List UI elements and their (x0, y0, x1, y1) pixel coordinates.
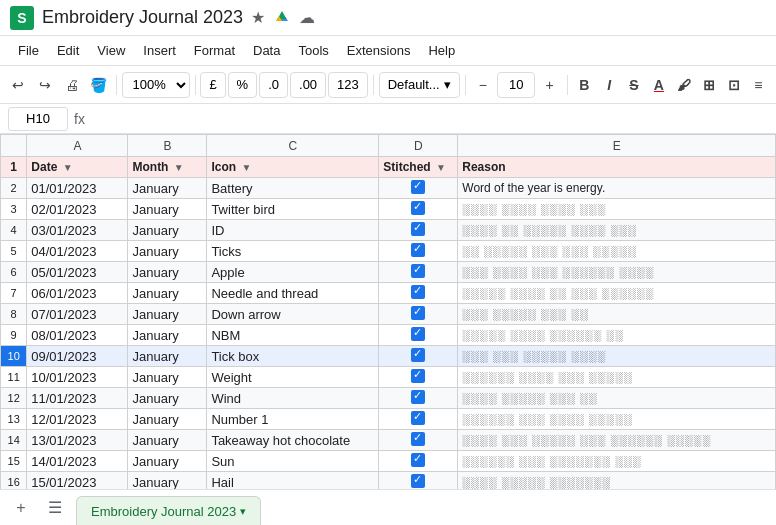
checkbox-checked[interactable] (411, 180, 425, 194)
highlight-color-button[interactable]: 🖌 (672, 72, 695, 98)
decimal-dec-button[interactable]: .0 (259, 72, 288, 98)
col-header-a[interactable]: A (27, 135, 128, 157)
checkbox-checked[interactable] (411, 306, 425, 320)
zoom-select[interactable]: 100% (122, 72, 190, 98)
fx-label: fx (74, 111, 85, 127)
stitched-cell[interactable] (379, 241, 458, 262)
icon-cell: Down arrow (207, 304, 379, 325)
sheet-tab-label: Embroidery Journal 2023 (91, 504, 236, 519)
text-color-button[interactable]: A (647, 72, 670, 98)
checkbox-checked[interactable] (411, 453, 425, 467)
stitched-cell[interactable] (379, 409, 458, 430)
stitched-cell[interactable] (379, 451, 458, 472)
checkbox-checked[interactable] (411, 222, 425, 236)
borders-button[interactable]: ⊞ (697, 72, 720, 98)
align-button[interactable]: ≡ (747, 72, 770, 98)
month-cell: January (128, 220, 207, 241)
cell-reference-input[interactable] (8, 107, 68, 131)
month-cell: January (128, 241, 207, 262)
menu-bar: File Edit View Insert Format Data Tools … (0, 36, 776, 66)
date-cell: 06/01/2023 (27, 283, 128, 304)
col-header-c[interactable]: C (207, 135, 379, 157)
stitched-cell[interactable] (379, 283, 458, 304)
date-cell: 04/01/2023 (27, 241, 128, 262)
row-num-cell: 7 (1, 283, 27, 304)
star-icon[interactable]: ★ (251, 8, 265, 27)
font-size-dec-button[interactable]: − (471, 71, 496, 99)
checkbox-checked[interactable] (411, 327, 425, 341)
menu-help[interactable]: Help (420, 39, 463, 62)
icon-cell: Twitter bird (207, 199, 379, 220)
table-row: 5 04/01/2023 January Ticks ░░ ░░░░░ ░░░ … (1, 241, 776, 262)
row-num-cell: 5 (1, 241, 27, 262)
font-size-input[interactable] (497, 72, 535, 98)
separator-1 (116, 75, 117, 95)
menu-file[interactable]: File (10, 39, 47, 62)
font-family-select[interactable]: Default... ▾ (379, 72, 460, 98)
menu-extensions[interactable]: Extensions (339, 39, 419, 62)
print-button[interactable]: 🖨 (59, 71, 84, 99)
strikethrough-button[interactable]: S (623, 72, 646, 98)
date-cell: 13/01/2023 (27, 430, 128, 451)
percent-button[interactable]: % (228, 72, 258, 98)
sheet-tab[interactable]: Embroidery Journal 2023 ▾ (76, 496, 261, 526)
col-header-b[interactable]: B (128, 135, 207, 157)
decimal-inc-button[interactable]: .00 (290, 72, 326, 98)
stitched-cell[interactable] (379, 367, 458, 388)
checkbox-checked[interactable] (411, 411, 425, 425)
redo-button[interactable]: ↪ (33, 71, 58, 99)
checkbox-checked[interactable] (411, 369, 425, 383)
merge-button[interactable]: ⊡ (722, 72, 745, 98)
col-header-e[interactable]: E (458, 135, 776, 157)
checkbox-checked[interactable] (411, 243, 425, 257)
formula-input[interactable] (91, 111, 768, 126)
stitched-cell[interactable] (379, 178, 458, 199)
checkbox-checked[interactable] (411, 390, 425, 404)
checkbox-checked[interactable] (411, 432, 425, 446)
sheet-menu-button[interactable]: ☰ (42, 495, 68, 521)
tab-dropdown-icon[interactable]: ▾ (240, 505, 246, 518)
checkbox-checked[interactable] (411, 474, 425, 488)
col-header-d[interactable]: D (379, 135, 458, 157)
undo-button[interactable]: ↩ (6, 71, 31, 99)
menu-data[interactable]: Data (245, 39, 288, 62)
table-row: 3 02/01/2023 January Twitter bird ░░░░ ░… (1, 199, 776, 220)
add-sheet-button[interactable]: + (8, 495, 34, 521)
doc-title: Embroidery Journal 2023 (42, 7, 243, 28)
stitched-cell[interactable] (379, 220, 458, 241)
drive-icon[interactable] (273, 7, 291, 29)
checkbox-checked[interactable] (411, 285, 425, 299)
font-size-inc-button[interactable]: + (537, 71, 562, 99)
stitched-cell[interactable] (379, 262, 458, 283)
currency-button[interactable]: £ (200, 72, 225, 98)
reason-cell: ░░░░░░ ░░░ ░░░░░░░ ░░░ (458, 451, 776, 472)
stitched-cell[interactable] (379, 430, 458, 451)
stitched-cell[interactable] (379, 325, 458, 346)
reason-cell: Word of the year is energy. (458, 178, 776, 199)
bold-button[interactable]: B (573, 72, 596, 98)
month-cell: January (128, 430, 207, 451)
stitched-cell[interactable] (379, 388, 458, 409)
separator-4 (465, 75, 466, 95)
icon-cell: Battery (207, 178, 379, 199)
stitched-cell[interactable] (379, 199, 458, 220)
paint-format-button[interactable]: 🪣 (86, 71, 111, 99)
table-row: 14 13/01/2023 January Takeaway hot choco… (1, 430, 776, 451)
table-row: 4 03/01/2023 January ID ░░░░ ░░ ░░░░░ ░░… (1, 220, 776, 241)
date-cell: 07/01/2023 (27, 304, 128, 325)
italic-button[interactable]: I (598, 72, 621, 98)
stitched-cell[interactable] (379, 346, 458, 367)
spreadsheet: A B C D E 1 Date ▼ Month ▼ Icon ▼ Stitch… (0, 134, 776, 525)
menu-format[interactable]: Format (186, 39, 243, 62)
menu-edit[interactable]: Edit (49, 39, 87, 62)
separator-2 (195, 75, 196, 95)
menu-view[interactable]: View (89, 39, 133, 62)
menu-insert[interactable]: Insert (135, 39, 184, 62)
table-row: 10 09/01/2023 January Tick box ░░░ ░░░ ░… (1, 346, 776, 367)
format123-button[interactable]: 123 (328, 72, 368, 98)
checkbox-checked[interactable] (411, 348, 425, 362)
checkbox-checked[interactable] (411, 264, 425, 278)
stitched-cell[interactable] (379, 304, 458, 325)
checkbox-checked[interactable] (411, 201, 425, 215)
menu-tools[interactable]: Tools (290, 39, 336, 62)
